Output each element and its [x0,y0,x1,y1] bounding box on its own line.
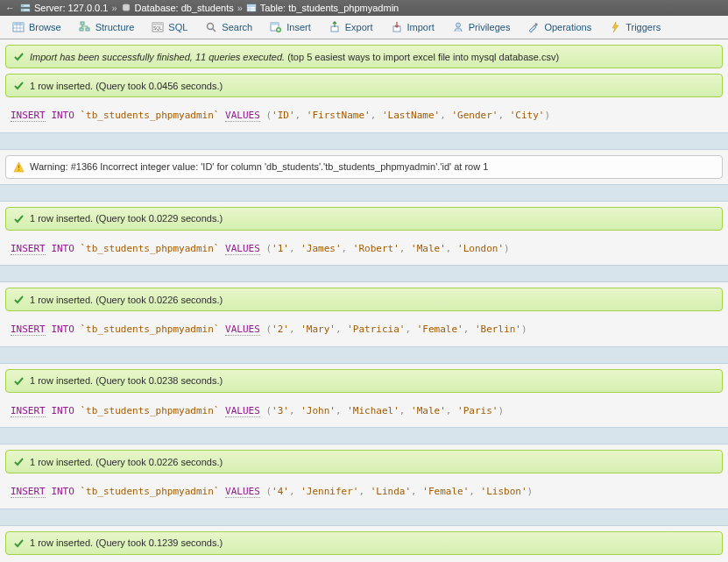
svg-point-34 [456,23,460,27]
tab-structure[interactable]: Structure [70,16,144,39]
tab-triggers[interactable]: Triggers [600,16,669,39]
breadcrumb-separator: » [111,3,117,13]
tab-sql[interactable]: SQLSQL [143,16,196,39]
check-icon [13,80,25,91]
sql-keyword-values: VALUES [225,243,260,255]
breadcrumb-table[interactable]: Table: tb_students_phpmyadmin [260,3,399,13]
separator [0,265,728,282]
warning-text: Warning: #1366 Incorrect integer value: … [30,161,488,172]
svg-line-26 [213,29,216,32]
sql-keyword-values: VALUES [225,486,260,498]
check-icon [13,537,25,549]
tab-insert[interactable]: Insert [261,16,320,39]
svg-point-3 [22,10,23,11]
sql-query: INSERT INTO `tb_students_phpmyadmin` VAL… [0,317,728,343]
sql-keyword-insert: INSERT [11,110,46,122]
row-status-text: 1 row inserted. (Query took 0.0456 secon… [30,81,223,91]
row-inserted-message: 1 row inserted. (Query took 0.0226 secon… [5,288,723,311]
export-icon [329,21,341,33]
tab-label: Browse [29,22,61,32]
sql-icon: SQL [152,21,164,33]
row-status-text: 1 row inserted. (Query took 0.0226 secon… [30,295,223,305]
sql-keyword-into: INTO [51,243,74,254]
sql-table-name: `tb_students_phpmyadmin` [81,110,220,121]
tab-search[interactable]: Search [196,16,261,39]
svg-point-35 [535,23,538,25]
tab-import[interactable]: Import [382,16,443,39]
warning-message: Warning: #1366 Incorrect integer value: … [5,155,723,179]
sql-keyword-values: VALUES [225,405,260,417]
sql-query: INSERT INTO `tb_students_phpmyadmin` VAL… [0,479,728,505]
sql-table-name: `tb_students_phpmyadmin` [81,405,220,416]
tab-privileges[interactable]: Privileges [443,16,519,39]
svg-rect-9 [247,4,256,7]
import-success-file: (top 5 easiest ways to import excel file… [287,52,559,62]
tab-label: Structure [95,22,135,32]
import-success-text: Import has been successfully finished, 1… [30,52,285,62]
operations-icon [527,21,540,33]
breadcrumb-separator: » [237,3,243,13]
svg-rect-17 [86,28,89,31]
row-inserted-message: 1 row inserted. (Query took 0.0229 secon… [5,207,723,231]
warning-icon [13,161,25,173]
svg-rect-11 [13,23,24,25]
sql-keyword-values: VALUES [225,110,260,122]
table-icon [12,21,25,33]
tab-label: Export [345,22,373,32]
row-status-text: 1 row inserted. (Query took 0.0238 secon… [30,375,223,386]
server-icon [20,3,31,13]
search-icon [205,21,217,33]
check-icon [13,294,25,305]
sql-table-name: `tb_students_phpmyadmin` [81,243,220,254]
check-icon [13,456,25,467]
row-status-text: 1 row inserted. (Query took 0.0226 secon… [30,457,223,467]
structure-icon [79,21,91,33]
svg-point-25 [208,24,214,30]
separator [0,427,728,445]
tab-label: Import [407,22,435,32]
row-inserted-message: 1 row inserted. (Query took 0.1239 secon… [5,531,723,555]
svg-point-2 [22,5,23,6]
row-inserted-message: 1 row inserted. (Query took 0.0238 secon… [5,369,723,393]
check-icon [13,51,25,62]
sql-query: INSERT INTO `tb_students_phpmyadmin` VAL… [0,236,728,262]
tab-browse[interactable]: Browse [4,16,70,39]
tab-label: Insert [286,22,311,32]
sql-keyword-values: VALUES [225,324,260,336]
svg-rect-15 [81,22,84,25]
content-area: Import has been successfully finished, 1… [0,45,728,562]
tab-label: Search [222,22,252,32]
back-arrow-icon[interactable]: ← [5,3,15,13]
tabs-bar: BrowseStructureSQLSQLSearchInsertExportI… [0,16,728,39]
triggers-icon [609,21,621,33]
check-icon [13,213,25,224]
insert-icon [270,21,282,33]
sql-table-name: `tb_students_phpmyadmin` [81,486,220,497]
breadcrumb-database[interactable]: Database: db_students [135,3,234,13]
svg-text:SQL: SQL [153,25,162,31]
sql-keyword-insert: INSERT [11,405,46,417]
svg-rect-16 [80,28,83,31]
tab-operations[interactable]: Operations [519,16,600,39]
row-status-text: 1 row inserted. (Query took 0.0229 secon… [30,213,223,224]
table-icon [246,3,257,13]
sql-query: INSERT INTO `tb_students_phpmyadmin` VAL… [0,398,728,424]
separator [0,346,728,364]
sql-keyword-insert: INSERT [11,486,46,498]
breadcrumb-server[interactable]: Server: 127.0.0.1 [34,3,108,13]
separator [0,509,728,526]
tab-label: Operations [544,22,591,32]
privileges-icon [452,21,464,33]
sql-query: INSERT INTO `tb_students_phpmyadmin` VAL… [0,103,728,129]
sql-keyword-insert: INSERT [11,243,46,255]
sql-keyword-into: INTO [51,486,74,497]
import-icon [391,21,403,33]
sql-keyword-into: INTO [51,405,74,416]
sql-keyword-insert: INSERT [11,324,46,336]
check-icon [13,375,25,387]
tab-export[interactable]: Export [320,16,382,39]
tab-label: SQL [168,22,187,32]
tab-label: Triggers [626,22,661,32]
sql-keyword-into: INTO [51,110,74,121]
svg-point-37 [18,169,20,171]
